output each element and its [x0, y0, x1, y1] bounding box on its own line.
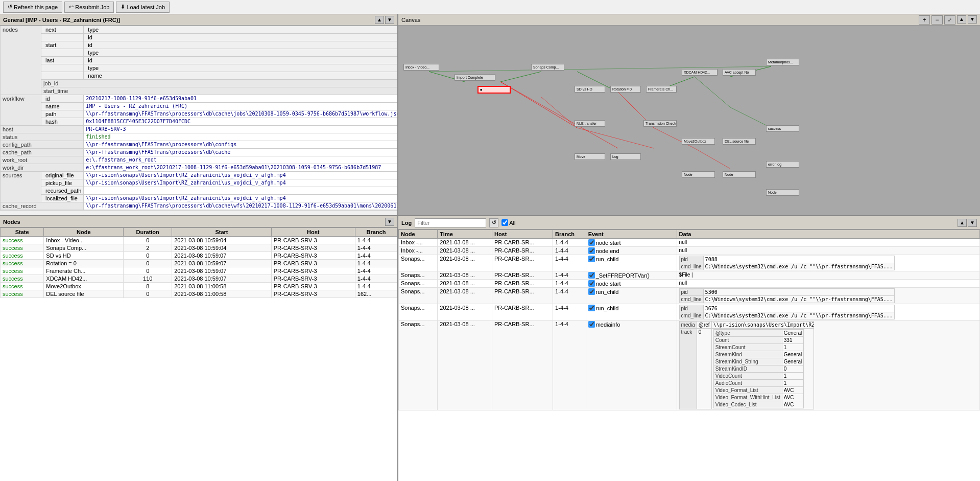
log-col-event: Event	[586, 230, 677, 239]
canvas-node-selected[interactable]: ■	[477, 86, 511, 94]
canvas-node-sonaps[interactable]: Sonaps Comp...	[531, 64, 564, 71]
canvas-node-bottom1[interactable]: Node	[682, 171, 715, 178]
resubmit-label: Resubmit Job	[75, 4, 109, 10]
log-section: Log ↺ All ▲ ▼ Node Time	[398, 216, 980, 481]
table-row[interactable]: success Move2Outbox 8 2021-03-08 11:00:5…	[1, 283, 397, 290]
log-header: Log ↺ All ▲ ▼	[398, 216, 980, 230]
log-upload-btn[interactable]: ▲	[958, 219, 967, 227]
canvas-node-success[interactable]: success	[766, 125, 799, 132]
canvas-node-nle[interactable]: NLE transfer	[575, 120, 605, 127]
log-col-node: Node	[399, 230, 438, 239]
event-checkbox[interactable]	[588, 272, 595, 279]
nodes-table: State Node Duration Start Host Branch su…	[0, 227, 397, 298]
log-col-data: Data	[677, 230, 979, 239]
event-checkbox[interactable]	[588, 280, 595, 287]
load-icon: ⬇	[121, 4, 125, 10]
nodes-title: Nodes	[3, 219, 20, 225]
table-row[interactable]: success Rotation = 0 0 2021-03-08 10:59:…	[1, 260, 397, 267]
canvas-minus-btn[interactable]: −	[931, 15, 943, 25]
canvas-node-transmit[interactable]: Transmision Check	[643, 120, 677, 127]
log-col-branch: Branch	[553, 230, 586, 239]
log-title: Log	[401, 220, 412, 226]
canvas-node-log[interactable]: Log	[610, 153, 641, 160]
log-header-buttons: ▲ ▼	[958, 219, 977, 227]
log-reset-btn[interactable]: ↺	[489, 218, 498, 227]
refresh-icon: ↺	[8, 4, 12, 10]
svg-line-8	[541, 97, 577, 128]
canvas-node-bottom2[interactable]: Node	[723, 171, 756, 178]
list-item[interactable]: Sonaps... 2021-03-08 ... PR-CARB-SR... 1…	[399, 271, 980, 280]
general-upload-btn[interactable]: ▲	[375, 16, 384, 24]
col-node: Node	[44, 228, 124, 237]
canvas-node-import-complete[interactable]: Import Complete	[455, 74, 495, 81]
resubmit-button[interactable]: ↩ Resubmit Job	[64, 2, 114, 13]
list-item[interactable]: Sonaps... 2021-03-08 ... PR-CARB-SR... 1…	[399, 255, 980, 271]
canvas-node-bottom3[interactable]: Node	[766, 189, 799, 196]
event-checkbox[interactable]	[588, 256, 595, 262]
canvas-node-move2outbox[interactable]: Move2Outbox	[682, 138, 715, 145]
general-expand-btn[interactable]: ▼	[385, 16, 394, 24]
canvas-svg	[398, 26, 980, 215]
nodes-expand-btn[interactable]: ▼	[385, 218, 394, 226]
log-all-label: All	[509, 220, 515, 226]
col-branch: Branch	[355, 228, 397, 237]
canvas-node-move2[interactable]: Move	[575, 153, 605, 160]
canvas-node-error[interactable]: error log	[766, 161, 799, 168]
canvas-node-rotation[interactable]: Rotation = 0	[610, 86, 641, 93]
table-row[interactable]: success SD vs HD 0 2021-03-08 10:59:07 P…	[1, 252, 397, 260]
list-item[interactable]: Inbox -... 2021-03-08 ... PR-CARB-SR... …	[399, 239, 980, 247]
list-item[interactable]: Sonaps... 2021-03-08 ... PR-CARB-SR... 1…	[399, 320, 980, 410]
table-row[interactable]: success Inbox - Video... 0 2021-03-08 10…	[1, 237, 397, 244]
canvas-node-metamorphos[interactable]: Metamorphos...	[766, 59, 799, 65]
col-start: Start	[172, 228, 272, 237]
canvas-node-inbox[interactable]: Inbox - Video...	[403, 64, 439, 71]
log-table: Node Time Host Branch Event Data Inbox -…	[398, 230, 980, 410]
log-all-checkbox[interactable]	[501, 219, 508, 226]
toolbar: ↺ Refresh this page ↩ Resubmit Job ⬇ Loa…	[0, 0, 980, 14]
load-latest-button[interactable]: ⬇ Load latest Job	[116, 2, 170, 13]
event-checkbox[interactable]	[588, 321, 595, 328]
canvas-node-sdvshd[interactable]: SD vs HD	[575, 86, 605, 93]
general-header-buttons: ▲ ▼	[375, 16, 394, 24]
svg-line-14	[695, 148, 730, 169]
general-table: nodes next type mon_folder id 20200612-1…	[0, 26, 397, 210]
event-checkbox[interactable]	[588, 239, 595, 246]
table-row[interactable]: success XDCAM HD42... 110 2021-03-08 10:…	[1, 275, 397, 283]
left-panel: General [IMP - Users - RZ_zahranicni (FR…	[0, 14, 398, 481]
canvas-title: Canvas	[401, 17, 420, 23]
resubmit-icon: ↩	[69, 4, 74, 10]
canvas-upload-btn[interactable]: ▲	[957, 15, 966, 24]
svg-line-10	[577, 128, 654, 148]
col-host: Host	[271, 228, 355, 237]
load-latest-label: Load latest Job	[127, 4, 165, 10]
list-item[interactable]: Sonaps... 2021-03-08 ... PR-CARB-SR... 1…	[399, 288, 980, 304]
table-row[interactable]: success Framerate Ch... 0 2021-03-08 10:…	[1, 267, 397, 275]
event-checkbox[interactable]	[588, 247, 595, 254]
table-row[interactable]: success Sonaps Comp... 2 2021-03-08 10:5…	[1, 244, 397, 252]
canvas-plus-btn[interactable]: +	[919, 15, 930, 25]
log-expand-btn[interactable]: ▼	[968, 219, 977, 227]
right-panel: Canvas + − ⤢ ▲ ▼	[398, 14, 980, 481]
table-row[interactable]: success DEL source file 0 2021-03-08 11:…	[1, 290, 397, 298]
general-scrollbar[interactable]	[0, 210, 397, 215]
canvas-header: Canvas + − ⤢ ▲ ▼	[398, 14, 980, 26]
list-item[interactable]: Inbox -... 2021-03-08 ... PR-CARB-SR... …	[399, 247, 980, 255]
refresh-button[interactable]: ↺ Refresh this page	[3, 2, 62, 13]
svg-line-1	[500, 72, 541, 82]
canvas-area[interactable]: Inbox - Video... Import Complete ■ Sonap…	[398, 26, 980, 215]
canvas-node-xdcam[interactable]: XDCAM HD42...	[682, 69, 718, 76]
list-item[interactable]: Sonaps... 2021-03-08 ... PR-CARB-SR... 1…	[399, 280, 980, 288]
log-all-check: All	[501, 219, 515, 226]
nodes-section: Nodes ▼ State Node Duration Start Host B…	[0, 216, 397, 481]
general-header: General [IMP - Users - RZ_zahranicni (FR…	[0, 14, 397, 26]
list-item[interactable]: Sonaps... 2021-03-08 ... PR-CARB-SR... 1…	[399, 304, 980, 320]
canvas-node-del[interactable]: DEL source file	[723, 138, 756, 145]
canvas-fit-btn[interactable]: ⤢	[944, 15, 955, 25]
canvas-node-avc[interactable]: AVC accept No	[723, 69, 756, 76]
event-checkbox[interactable]	[588, 305, 595, 311]
canvas-expand-btn[interactable]: ▼	[968, 15, 977, 24]
canvas-node-framerate[interactable]: Framerate Ch...	[646, 86, 677, 93]
log-filter-input[interactable]	[415, 218, 486, 227]
general-content: nodes next type mon_folder id 20200612-1…	[0, 26, 397, 210]
event-checkbox[interactable]	[588, 288, 595, 295]
